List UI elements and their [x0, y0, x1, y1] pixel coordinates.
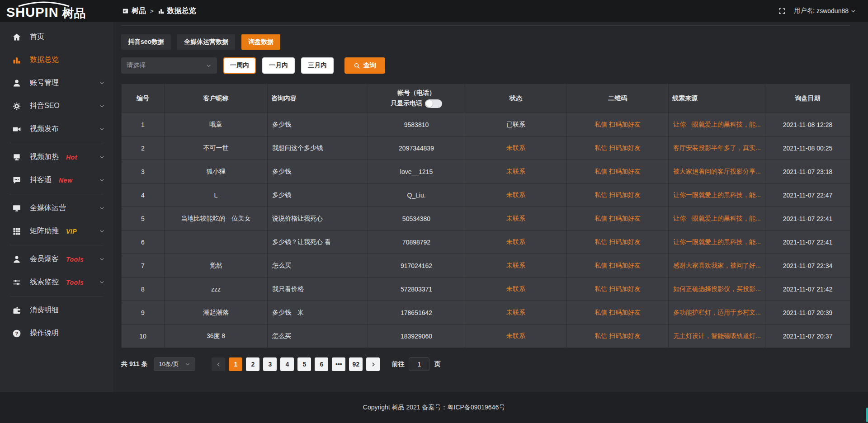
page-button-1[interactable]: 1: [229, 357, 242, 371]
scan-add-friend-link[interactable]: 扫码加好友: [609, 191, 641, 198]
query-button[interactable]: 查询: [344, 57, 385, 74]
cell-source-link[interactable]: 让你一眼就爱上的黑科技，能...: [669, 183, 765, 207]
select-placeholder: 请选择: [127, 61, 146, 70]
cell-id: 9: [122, 301, 165, 324]
next-page-button[interactable]: [366, 357, 380, 371]
page-button-5[interactable]: 5: [297, 357, 311, 371]
tab-inquiry-data[interactable]: 询盘数据: [241, 34, 280, 50]
scan-add-friend-link[interactable]: 扫码加好友: [609, 262, 641, 269]
scan-add-friend-link[interactable]: 扫码加好友: [609, 238, 641, 245]
cell-source-link[interactable]: 让你一眼就爱上的黑科技，能...: [669, 207, 765, 230]
goto-label: 前往: [392, 360, 404, 368]
cell-account: 50534380: [368, 207, 465, 230]
cell-source-link[interactable]: 多功能护栏灯，适用于乡村文...: [669, 301, 765, 324]
heat-icon: [12, 153, 21, 162]
monitor-icon: [12, 204, 21, 213]
fullscreen-icon[interactable]: [778, 7, 786, 15]
range-button-0[interactable]: 一周内: [223, 57, 256, 74]
scan-add-friend-link[interactable]: 扫码加好友: [609, 121, 641, 128]
user-menu[interactable]: 用户名: zswodun88: [794, 7, 856, 15]
sidebar-item-operation-guide[interactable]: ? 操作说明: [0, 322, 113, 345]
private-message-link[interactable]: 私信: [594, 168, 607, 175]
private-message-link[interactable]: 私信: [594, 144, 607, 151]
tab-omni-media-data[interactable]: 全媒体运营数据: [177, 34, 235, 50]
scan-add-friend-link[interactable]: 扫码加好友: [609, 168, 641, 175]
cell-source-link[interactable]: 让你一眼就爱上的黑科技，能...: [669, 230, 765, 254]
cell-source-link[interactable]: 无主灯设计，智能磁吸轨道灯...: [669, 324, 765, 348]
pagination: 共 911 条 10条/页 123456•••92 前往 页: [121, 357, 850, 371]
table-row: 2 不可一世 我想问这个多少钱 2097344839 未联系 私信 扫码加好友 …: [122, 136, 850, 160]
prev-page-button[interactable]: [212, 357, 225, 371]
tab-douyin-seo-data[interactable]: 抖音seo数据: [121, 34, 171, 50]
cell-source-link[interactable]: 客厅安装投影半年多了，真实...: [669, 136, 765, 160]
page-button-2[interactable]: 2: [246, 357, 259, 371]
col-status: 状态: [465, 84, 567, 113]
breadcrumb-item-home[interactable]: 树品: [122, 6, 146, 16]
sidebar-item-account-management[interactable]: 账号管理: [0, 71, 113, 94]
private-message-link[interactable]: 私信: [594, 262, 607, 269]
cell-source-link[interactable]: 被大家追着问的客厅投影分享...: [669, 160, 765, 183]
page-button-4[interactable]: 4: [280, 357, 294, 371]
sidebar-item-member-burst[interactable]: 会员爆客 Tools: [0, 248, 113, 271]
private-message-link[interactable]: 私信: [594, 285, 607, 292]
sidebar-item-douketong[interactable]: 抖客通 New: [0, 169, 113, 192]
cell-qrcode: 私信 扫码加好友: [567, 230, 669, 254]
cell-qrcode: 私信 扫码加好友: [567, 277, 669, 301]
cell-status: 未联系: [465, 230, 567, 254]
range-button-2[interactable]: 三月内: [301, 57, 334, 74]
sidebar-item-video-heat[interactable]: 视频加热 Hot: [0, 146, 113, 169]
breadcrumb-item-current[interactable]: 数据总览: [158, 6, 196, 16]
breadcrumb-separator: >: [150, 8, 154, 14]
cell-source-link[interactable]: 如何正确选择投影仪，买投影...: [669, 277, 765, 301]
page-button-92[interactable]: 92: [349, 357, 363, 371]
cell-nickname: 潮起潮落: [165, 301, 268, 324]
cell-status: 未联系: [465, 277, 567, 301]
sidebar-item-home[interactable]: 首页: [0, 25, 113, 48]
sidebar-divider: [10, 245, 103, 245]
scan-add-friend-link[interactable]: 扫码加好友: [609, 285, 641, 292]
sidebar-item-omni-media[interactable]: 全媒体运营: [0, 197, 113, 220]
private-message-link[interactable]: 私信: [594, 332, 607, 339]
status-badge: 已联系: [506, 121, 525, 128]
cell-id: 2: [122, 136, 165, 160]
cell-source-link[interactable]: 感谢大家喜欢我家，被问了好...: [669, 254, 765, 277]
private-message-link[interactable]: 私信: [594, 238, 607, 245]
sidebar-item-lead-monitor[interactable]: 线索监控 Tools: [0, 271, 113, 294]
sidebar-item-matrix-boost[interactable]: 矩阵助推 VIP: [0, 220, 113, 243]
cell-account: 572803371: [368, 277, 465, 301]
chevron-down-icon: [99, 205, 105, 211]
range-button-1[interactable]: 一月内: [262, 57, 295, 74]
scan-add-friend-link[interactable]: 扫码加好友: [609, 215, 641, 222]
scrollbar-thumb[interactable]: [866, 408, 868, 422]
private-message-link[interactable]: 私信: [594, 215, 607, 222]
page-ellipsis[interactable]: •••: [332, 357, 345, 371]
phone-only-toggle[interactable]: [425, 99, 442, 108]
cell-content: 多少钱: [268, 183, 368, 207]
sidebar-item-data-overview[interactable]: 数据总览: [0, 48, 113, 71]
page-button-6[interactable]: 6: [315, 357, 328, 371]
private-message-link[interactable]: 私信: [594, 309, 607, 316]
sidebar-item-video-publish[interactable]: 视频发布: [0, 118, 113, 141]
private-message-link[interactable]: 私信: [594, 121, 607, 128]
scan-add-friend-link[interactable]: 扫码加好友: [609, 309, 641, 316]
copyright-text: Copyright 树品 2021 备案号：粤ICP备09019646号: [363, 404, 505, 412]
page-button-3[interactable]: 3: [263, 357, 277, 371]
chevron-down-icon: [99, 103, 105, 109]
table-row: 7 觉然 怎么买 917024162 未联系 私信 扫码加好友 感谢大家喜欢我家…: [122, 254, 850, 277]
cell-content: 怎么买: [268, 324, 368, 348]
account-select[interactable]: 请选择: [121, 57, 217, 74]
chevron-down-icon: [99, 228, 105, 234]
cell-date: 2021-11-07 22:47: [765, 183, 850, 207]
bar-chart-icon: [12, 56, 21, 65]
cell-content: 多少钱: [268, 160, 368, 183]
breadcrumb-label: 数据总览: [167, 6, 196, 16]
private-message-link[interactable]: 私信: [594, 191, 607, 198]
scan-add-friend-link[interactable]: 扫码加好友: [609, 144, 641, 151]
cell-source-link[interactable]: 让你一眼就爱上的黑科技，能...: [669, 113, 765, 136]
sidebar-item-consumption-detail[interactable]: 消费明细: [0, 299, 113, 322]
page-size-select[interactable]: 10条/页: [154, 357, 195, 371]
goto-page-input[interactable]: [409, 357, 429, 371]
scan-add-friend-link[interactable]: 扫码加好友: [609, 332, 641, 339]
cell-content: 我只看价格: [268, 277, 368, 301]
sidebar-item-douyin-seo[interactable]: 抖音SEO: [0, 94, 113, 118]
